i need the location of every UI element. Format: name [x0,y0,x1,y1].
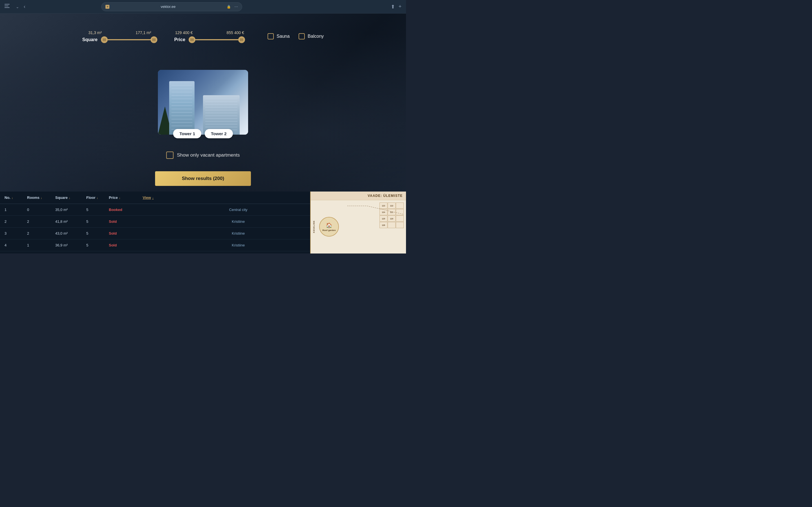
building-image [158,70,248,135]
column-header-floor[interactable]: Floor ↓ [86,195,109,200]
cell-price-2: Sold [109,219,143,224]
square-slider-thumb-left[interactable] [101,36,108,43]
main-content: 31,3 m² 177,1 m² Square 129 400 € 855 40… [0,13,406,253]
browser-back-button[interactable]: ‹ [24,4,26,10]
fp-cell-121: 121 [388,209,396,215]
building-card: Tower 1 Tower 2 [158,70,248,138]
fp-cell-126: 126 [379,222,388,228]
cell-floor-2: 5 [86,219,109,224]
fp-cell-empty5 [396,222,404,228]
square-filter-row: Square [82,37,157,42]
cell-view-3: Kristiine [143,231,334,235]
browser-url-text: vektor.ee [112,4,224,9]
browser-chevron-button[interactable]: ⌄ [16,4,19,9]
vacant-label: Show only vacant apartments [177,152,240,158]
address-bar[interactable]: V vektor.ee 🔒 ··· [101,2,242,11]
column-header-view[interactable]: View ↓ [143,195,334,200]
cell-square-4: 36,9 m² [55,243,86,247]
price-min-value: 129 400 € [175,31,193,35]
column-header-square[interactable]: Square ↓ [55,195,86,200]
fp-cell-empty2 [396,209,404,215]
sauna-checkbox-item[interactable]: Sauna [267,33,290,40]
column-header-rooms[interactable]: Rooms ↓ [27,195,55,200]
show-vacant-row: Show only vacant apartments [166,152,240,159]
roof-garden-circle: 🏠 Roof garden [319,217,339,237]
fp-cell-124: 124 [379,209,388,215]
square-range-fill [104,39,154,40]
fp-cell-empty4 [388,222,396,228]
vacant-checkbox[interactable] [166,152,173,159]
cell-rooms-1: 0 [27,208,55,212]
sauna-checkbox[interactable] [267,33,274,40]
sidebar-toggle-button[interactable] [4,4,12,10]
roof-garden-icon: 🏠 [326,222,332,228]
browser-actions: ⬆ + [391,4,402,10]
price-filter-row: Price [174,37,245,42]
fp-cell-empty3 [396,216,404,222]
square-slider-thumb-right[interactable] [151,36,157,43]
fp-cell-125: 125 [379,216,388,222]
sort-icon-rooms: ↓ [41,196,42,200]
fp-cell-122: 122 [388,203,396,209]
column-header-no[interactable]: No. ↓ [4,195,27,200]
map-header: VAADE: ÜLEMISTE [311,191,406,200]
sort-icon-floor: ↓ [97,196,98,200]
tower2-button[interactable]: Tower 2 [205,129,233,138]
balcony-checkbox-item[interactable]: Balcony [299,33,324,40]
square-min-value: 31,3 m² [88,31,101,35]
cell-no-1: 1 [4,208,27,212]
fp-cell-123: 123 [379,203,388,209]
sauna-label: Sauna [276,34,290,39]
price-slider-thumb-left[interactable] [189,36,195,43]
square-filter-group: 31,3 m² 177,1 m² Square [82,31,157,42]
price-filter-label: Price [174,37,185,42]
cell-no-2: 2 [4,219,27,224]
price-range-slider[interactable] [189,39,245,40]
tower1-button[interactable]: Tower 1 [173,129,201,138]
cell-floor-3: 5 [86,231,109,235]
balcony-checkbox[interactable] [299,33,305,40]
floor-plan-grid: 123 122 124 121 125 120 126 [379,203,404,228]
cell-rooms-3: 2 [27,231,55,235]
favicon-icon: V [105,5,109,9]
roof-garden-label: Roof garden [322,229,336,231]
cell-no-4: 4 [4,243,27,247]
cell-floor-1: 5 [86,208,109,212]
tower-tall-visual [169,81,195,135]
checkbox-filters: Sauna Balcony [267,33,324,40]
square-range-values: 31,3 m² 177,1 m² [88,31,151,35]
cell-rooms-4: 1 [27,243,55,247]
map-body: KESKLINN 🏠 Roof garden 123 122 124 121 1… [311,200,406,253]
new-tab-button[interactable]: + [398,4,402,10]
sort-icon-no: ↓ [11,196,13,200]
cell-view-1: Central city [143,208,334,212]
browser-more-button[interactable]: ··· [234,4,238,9]
square-range-slider[interactable] [101,39,157,40]
cell-price-4: Sold [109,243,143,247]
map-panel: VAADE: ÜLEMISTE KESKLINN 🏠 Roof garden 1… [310,191,406,253]
lock-icon: 🔒 [227,5,231,9]
browser-chrome: ⌄ ‹ V vektor.ee 🔒 ··· ⬆ + [0,0,406,13]
price-range-values: 129 400 € 855 400 € [175,31,244,35]
price-range-fill [192,39,242,40]
share-button[interactable]: ⬆ [391,4,395,10]
cell-view-2: Kristiine [143,219,334,224]
filter-bar: 31,3 m² 177,1 m² Square 129 400 € 855 40… [0,31,406,42]
square-filter-label: Square [82,37,98,42]
column-header-price[interactable]: Price ↓ [109,195,143,200]
cell-floor-4: 5 [86,243,109,247]
price-slider-thumb-right[interactable] [238,36,245,43]
cell-rooms-2: 2 [27,219,55,224]
cell-price-3: Sold [109,231,143,235]
show-results-button[interactable]: Show results (200) [155,171,251,186]
cell-price-1: Booked [109,208,143,212]
sort-icon-view: ↓ [152,196,154,200]
fp-cell-120: 120 [388,216,396,222]
cell-view-4: Kristiine [143,243,334,247]
sort-icon-square: ↓ [69,196,70,200]
tower-short-visual [203,95,240,135]
balcony-label: Balcony [308,34,324,39]
cell-square-1: 35,0 m² [55,208,86,212]
cell-square-3: 43,0 m² [55,231,86,235]
sort-icon-price: ↓ [119,196,121,200]
